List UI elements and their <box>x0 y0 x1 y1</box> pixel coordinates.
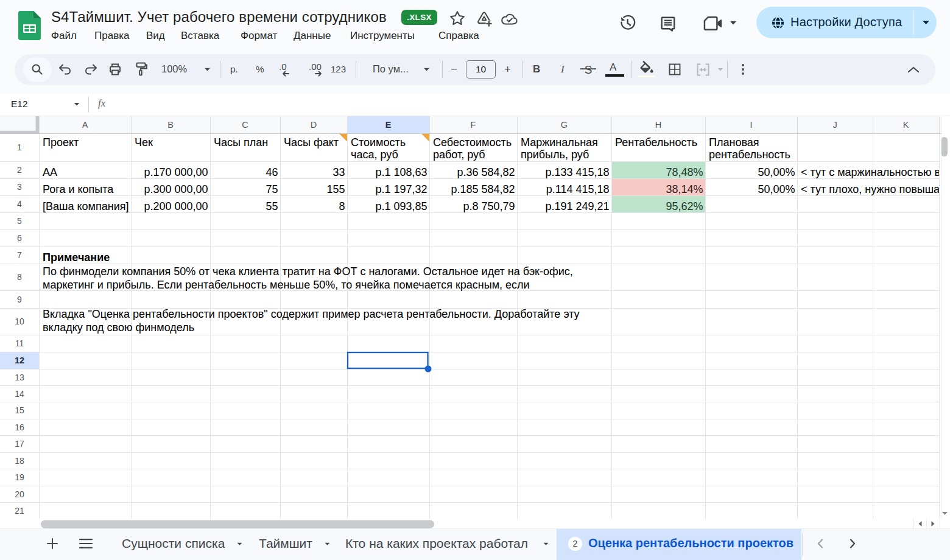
svg-text:95,62%: 95,62% <box>666 200 703 212</box>
svg-text:прибыль, руб: прибыль, руб <box>521 149 589 161</box>
svg-text:Примечание: Примечание <box>43 251 110 264</box>
svg-text:55: 55 <box>266 200 278 212</box>
svg-text:р.300 000,00: р.300 000,00 <box>144 183 208 195</box>
svg-text:20: 20 <box>15 489 24 499</box>
svg-text:E: E <box>385 120 392 130</box>
svg-text:I: I <box>750 120 752 130</box>
svg-text:9: 9 <box>17 295 22 304</box>
svg-text:Вкладка "Оценка рентабельности: Вкладка "Оценка рентабельности проектов"… <box>43 308 580 320</box>
svg-text:1: 1 <box>17 142 22 152</box>
svg-text:G: G <box>561 120 568 130</box>
svg-text:р.1 197,32: р.1 197,32 <box>375 183 427 195</box>
svg-text:р.191 249,21: р.191 249,21 <box>545 200 609 212</box>
svg-text:4: 4 <box>17 199 22 209</box>
svg-text:Чек: Чек <box>135 136 153 149</box>
svg-text:р.1 093,85: р.1 093,85 <box>375 200 427 212</box>
svg-text:H: H <box>655 120 661 130</box>
svg-text:F: F <box>471 120 476 130</box>
svg-text:A: A <box>82 120 88 130</box>
svg-text:По финмодели компания 50% от ч: По финмодели компания 50% от чека клиент… <box>43 265 573 278</box>
svg-text:15: 15 <box>15 405 24 415</box>
svg-text:р.200 000,00: р.200 000,00 <box>144 200 208 212</box>
svg-text:78,48%: 78,48% <box>666 166 703 178</box>
svg-text:Часы план: Часы план <box>214 136 268 149</box>
svg-text:р.1 108,63: р.1 108,63 <box>375 166 427 178</box>
svg-text:Плановая: Плановая <box>709 136 759 149</box>
svg-text:46: 46 <box>266 166 278 178</box>
svg-text:K: K <box>903 120 909 130</box>
svg-text:р.8 750,79: р.8 750,79 <box>463 200 515 212</box>
svg-text:р.133 415,18: р.133 415,18 <box>545 166 609 178</box>
svg-text:11: 11 <box>15 338 24 348</box>
svg-text:8: 8 <box>339 200 345 212</box>
svg-text:р.114 415,18: р.114 415,18 <box>546 183 610 195</box>
svg-text:Рентабельность: Рентабельность <box>615 136 697 149</box>
svg-text:7: 7 <box>17 250 22 260</box>
svg-text:16: 16 <box>15 422 24 432</box>
svg-text:75: 75 <box>266 183 278 195</box>
svg-text:21: 21 <box>15 506 24 516</box>
svg-text:Часы факт: Часы факт <box>284 136 339 149</box>
svg-text:17: 17 <box>15 439 24 449</box>
svg-text:155: 155 <box>326 183 345 195</box>
svg-text:Маржинальная: Маржинальная <box>521 136 598 149</box>
svg-text:< тут с маржинальностью все ок: < тут с маржинальностью все ок <box>801 166 950 178</box>
svg-text:2: 2 <box>17 165 22 175</box>
svg-text:р.170 000,00: р.170 000,00 <box>144 166 208 178</box>
svg-text:3: 3 <box>17 182 22 192</box>
svg-text:13: 13 <box>15 373 24 382</box>
svg-text:18: 18 <box>15 456 24 466</box>
svg-text:33: 33 <box>332 166 345 178</box>
svg-text:[Ваша компания]: [Ваша компания] <box>43 200 128 212</box>
svg-text:19: 19 <box>15 472 24 482</box>
svg-text:14: 14 <box>15 389 24 399</box>
svg-text:5: 5 <box>17 216 22 226</box>
svg-text:12: 12 <box>15 355 24 365</box>
svg-text:Себестоимость: Себестоимость <box>433 136 512 149</box>
svg-text:J: J <box>832 120 837 130</box>
svg-text:50,00%: 50,00% <box>758 166 795 178</box>
svg-text:рентабельность: рентабельность <box>709 149 790 161</box>
svg-text:работ, руб: работ, руб <box>433 149 485 161</box>
svg-text:вкладку под свою финмодель: вкладку под свою финмодель <box>43 321 194 334</box>
svg-text:S: S <box>585 63 593 76</box>
svg-text:часа, руб: часа, руб <box>351 149 398 161</box>
svg-text:38,14%: 38,14% <box>666 183 703 195</box>
svg-text:C: C <box>242 120 248 130</box>
svg-text:маркетинг и прибыль. Если рент: маркетинг и прибыль. Если рентабельность… <box>43 279 530 291</box>
svg-text:р.185 584,82: р.185 584,82 <box>451 183 515 195</box>
svg-text:6: 6 <box>17 233 22 243</box>
svg-text:Рога и копыта: Рога и копыта <box>43 183 114 195</box>
svg-text:10: 10 <box>15 317 24 326</box>
svg-text:< тут плохо, нужно повышать: < тут плохо, нужно повышать <box>801 183 950 195</box>
svg-text:Стоимость: Стоимость <box>351 136 406 149</box>
svg-text:р.36 584,82: р.36 584,82 <box>457 166 515 178</box>
svg-text:D: D <box>311 120 317 130</box>
svg-text:Проект: Проект <box>43 136 79 149</box>
svg-text:B: B <box>167 120 174 130</box>
svg-text:8: 8 <box>17 272 22 282</box>
svg-text:АА: АА <box>43 166 57 178</box>
svg-text:50,00%: 50,00% <box>758 183 795 195</box>
